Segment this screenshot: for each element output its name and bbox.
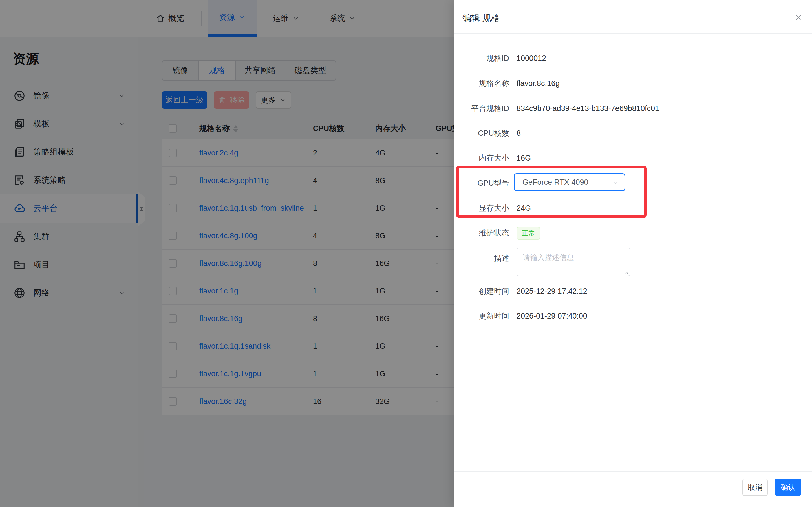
field-label: 平台规格ID (455, 100, 509, 117)
field-value: 834c9b70-ad39-4e13-b133-7e69b810fc01 (516, 100, 659, 117)
field-label: GPU型号 (455, 174, 509, 192)
cancel-button[interactable]: 取消 (742, 478, 768, 496)
drawer-title: 编辑 规格 (462, 12, 500, 24)
field-value: 2025-12-29 17:42:12 (516, 283, 587, 300)
chevron-down-icon (612, 179, 619, 187)
field-label: 显存大小 (455, 200, 509, 217)
field-gpu-model: GPU型号 GeForce RTX 4090 (455, 174, 812, 192)
field-description: 描述 (455, 249, 812, 267)
field-created-time: 创建时间 2025-12-29 17:42:12 (455, 283, 812, 300)
field-label: 规格名称 (455, 75, 509, 92)
field-cpu: CPU核数 8 (455, 124, 812, 142)
field-value: 2026-01-29 07:40:00 (516, 307, 587, 325)
drawer-header: 编辑 规格 (455, 0, 812, 34)
field-label: 描述 (455, 249, 509, 267)
field-label: 维护状态 (455, 224, 509, 242)
field-updated-time: 更新时间 2026-01-29 07:40:00 (455, 307, 812, 325)
field-maintenance-status: 维护状态 正常 (455, 224, 812, 242)
field-memory: 内存大小 16G (455, 149, 812, 167)
field-value: 8 (516, 124, 521, 142)
screen: 概览 资源 运维 系统 资源 镜像 模板 (0, 0, 812, 507)
close-icon (794, 13, 803, 22)
field-platform-spec-id: 平台规格ID 834c9b70-ad39-4e13-b133-7e69b810f… (455, 100, 812, 117)
field-value: flavor.8c.16g (516, 75, 560, 92)
drawer-footer: 取消 确认 (455, 471, 812, 507)
gpu-model-select[interactable]: GeForce RTX 4090 (514, 173, 625, 191)
status-badge: 正常 (516, 227, 540, 240)
field-label: 规格ID (455, 50, 509, 67)
confirm-button[interactable]: 确认 (775, 478, 801, 496)
field-label: 内存大小 (455, 149, 509, 167)
field-label: 创建时间 (455, 283, 509, 300)
gpu-select-value: GeForce RTX 4090 (522, 174, 589, 190)
field-spec-id: 规格ID 1000012 (455, 50, 812, 67)
field-value: 16G (516, 149, 531, 167)
edit-flavor-drawer: 编辑 规格 规格ID 1000012 规格名称 flavor.8c.16g 平台… (455, 0, 812, 507)
field-vram: 显存大小 24G (455, 200, 812, 217)
field-spec-name: 规格名称 flavor.8c.16g (455, 75, 812, 92)
field-value: 1000012 (516, 50, 546, 67)
field-label: CPU核数 (455, 124, 509, 142)
field-value: 24G (516, 200, 531, 217)
description-textarea[interactable] (516, 247, 630, 276)
field-label: 更新时间 (455, 307, 509, 325)
close-button[interactable] (793, 12, 804, 23)
